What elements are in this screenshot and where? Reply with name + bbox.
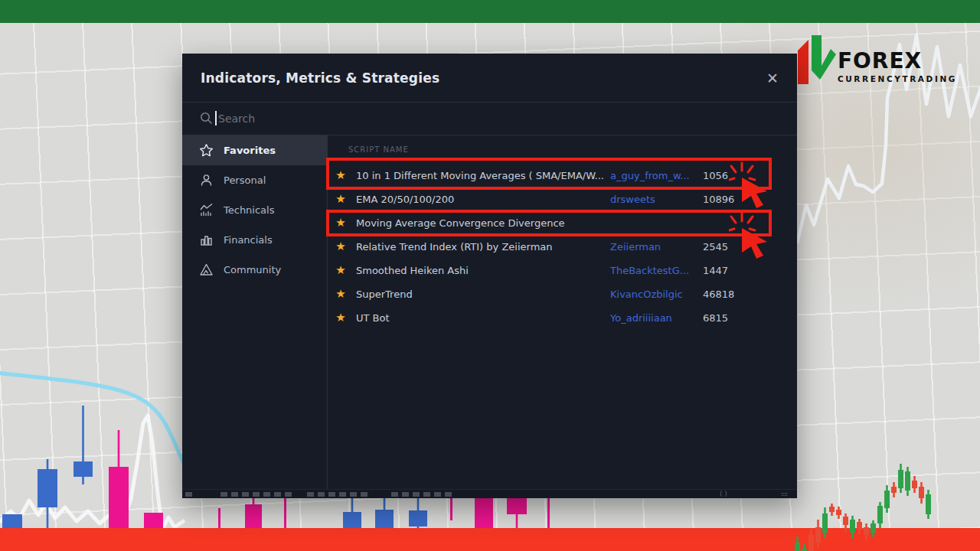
community-icon xyxy=(199,262,214,277)
script-row[interactable]: ★ 10 in 1 Different Moving Averages ( SM… xyxy=(328,164,797,187)
search-input[interactable] xyxy=(218,103,754,135)
dialog-title: Indicators, Metrics & Strategies xyxy=(182,70,439,86)
sidebar-item-label: Community xyxy=(224,264,281,276)
script-row[interactable]: ★ EMA 20/50/100/200 drsweets 10896 xyxy=(328,187,797,211)
script-name: SuperTrend xyxy=(356,289,610,300)
sidebar-item-label: Personal xyxy=(224,174,266,186)
script-name: Smoothed Heiken Ashi xyxy=(356,265,610,276)
footer-text-fragment xyxy=(307,492,371,497)
script-author-link[interactable]: Zeiierman xyxy=(610,241,703,253)
top-green-bar xyxy=(0,0,980,23)
sidebar-item-technicals[interactable]: Technicals xyxy=(182,195,327,225)
sidebar-item-financials[interactable]: Financials xyxy=(182,225,327,255)
forex-currencytrading-logo: FOREX CURRENCYTRADING xyxy=(795,34,957,86)
favorite-star-icon[interactable]: ★ xyxy=(333,217,348,229)
favorite-star-icon[interactable]: ★ xyxy=(333,194,348,205)
favorite-star-icon[interactable]: ★ xyxy=(333,312,348,324)
person-icon xyxy=(199,173,214,187)
sidebar-item-favorites[interactable]: Favorites xyxy=(182,135,327,165)
sidebar-item-label: Financials xyxy=(224,234,273,246)
dialog-sidebar: Favorites Personal xyxy=(182,135,328,490)
favorite-star-icon[interactable]: ★ xyxy=(333,289,348,300)
white-zigzag-line xyxy=(0,416,185,530)
script-row[interactable]: ★ Relative Trend Index (RTI) by Zeiierma… xyxy=(328,235,797,259)
dialog-header: Indicators, Metrics & Strategies ✕ xyxy=(182,54,797,103)
favorite-star-icon[interactable]: ★ xyxy=(333,265,348,276)
search-icon xyxy=(200,112,213,125)
script-row[interactable]: ★ SuperTrend KivancOzbilgic 46818 xyxy=(328,282,797,306)
script-author-link[interactable]: Yo_adriiiiaan xyxy=(610,312,703,324)
script-author-link[interactable]: TheBacktestG... xyxy=(610,265,703,276)
footer-square-icon: ▭ xyxy=(781,490,788,498)
logo-mark-icon xyxy=(795,34,836,86)
search-bar[interactable] xyxy=(182,103,797,135)
close-icon[interactable]: ✕ xyxy=(762,67,783,89)
financials-bars-icon xyxy=(199,233,214,247)
sidebar-item-community[interactable]: Community xyxy=(182,255,327,285)
script-name: 10 in 1 Different Moving Averages ( SMA/… xyxy=(356,170,610,181)
script-name: Relative Trend Index (RTI) by Zeiierman xyxy=(356,241,610,253)
script-likes-count: 1447 xyxy=(703,265,764,276)
indicators-dialog: Indicators, Metrics & Strategies ✕ Favor… xyxy=(182,54,797,498)
script-likes-count: 2545 xyxy=(703,241,764,253)
script-row[interactable]: ★ Moving Average Convergence Divergence xyxy=(328,211,797,235)
script-likes-count: 6815 xyxy=(703,312,764,324)
sidebar-item-label: Technicals xyxy=(224,204,274,216)
script-likes-count: 10896 xyxy=(703,194,764,205)
favorite-star-icon[interactable]: ★ xyxy=(333,170,348,181)
script-likes-count: 1056 xyxy=(703,170,764,181)
screenshot-root: FOREX CURRENCYTRADING Indicators, Metric… xyxy=(0,0,980,551)
script-row[interactable]: ★ UT Bot Yo_adriiiiaan 6815 xyxy=(328,306,797,330)
footer-brackets-icon: ( ) xyxy=(720,490,727,498)
sidebar-item-label: Favorites xyxy=(224,145,276,156)
bottom-red-bar xyxy=(0,528,980,551)
script-name: UT Bot xyxy=(356,312,610,324)
footer-text-fragment xyxy=(185,492,193,497)
script-author-link[interactable]: drsweets xyxy=(610,194,703,205)
footer-text-fragment xyxy=(220,492,292,497)
star-outline-icon xyxy=(199,143,214,158)
sidebar-item-personal[interactable]: Personal xyxy=(182,165,327,195)
script-likes-count: 46818 xyxy=(703,289,764,300)
column-header-script-name: SCRIPT NAME xyxy=(328,135,797,164)
script-list: SCRIPT NAME ★ 10 in 1 Different Moving A… xyxy=(328,135,797,490)
script-name: Moving Average Convergence Divergence xyxy=(356,217,610,229)
text-cursor xyxy=(215,111,217,126)
script-name: EMA 20/50/100/200 xyxy=(356,194,610,205)
technicals-chart-icon xyxy=(199,203,214,217)
footer-text-fragment xyxy=(391,492,452,497)
favorite-star-icon[interactable]: ★ xyxy=(333,241,348,253)
dialog-footer-strip: ( ) ▭ xyxy=(182,489,797,498)
script-row[interactable]: ★ Smoothed Heiken Ashi TheBacktestG... 1… xyxy=(328,259,797,282)
blue-curve-line xyxy=(0,373,186,470)
script-author-link[interactable]: KivancOzbilgic xyxy=(610,289,703,300)
logo-brand-text: FOREX xyxy=(838,51,957,72)
script-author-link[interactable]: a_guy_from_w... xyxy=(610,170,703,181)
logo-tagline-text: CURRENCYTRADING xyxy=(838,74,957,83)
